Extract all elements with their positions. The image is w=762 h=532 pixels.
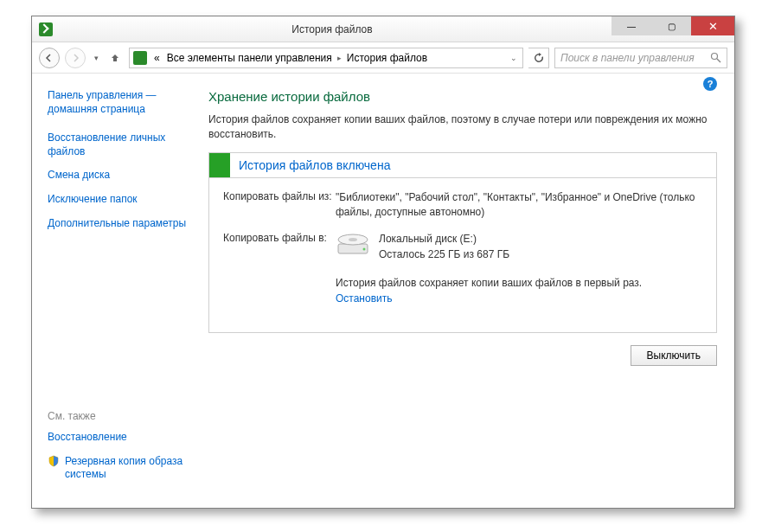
- arrow-right-icon: [71, 54, 80, 62]
- stop-link[interactable]: Остановить: [336, 292, 702, 306]
- minimize-button[interactable]: —: [612, 16, 651, 35]
- svg-point-5: [363, 248, 366, 251]
- history-dropdown[interactable]: ▾: [91, 49, 101, 67]
- status-title: История файлов включена: [230, 158, 390, 172]
- drive-name: Локальный диск (E:): [379, 232, 509, 247]
- copy-to-label: Копировать файлы в:: [223, 232, 336, 306]
- page-description: История файлов сохраняет копии ваших фай…: [208, 112, 717, 142]
- sidebar-link-change-drive[interactable]: Смена диска: [48, 169, 202, 183]
- window-title: История файлов: [53, 23, 612, 35]
- back-button[interactable]: [39, 48, 60, 68]
- forward-button[interactable]: [65, 48, 86, 68]
- shield-icon: [48, 455, 60, 467]
- control-panel-icon: [133, 51, 147, 65]
- address-bar[interactable]: « Все элементы панели управления ▸ Истор…: [129, 48, 523, 68]
- app-icon: [39, 22, 53, 36]
- status-box: История файлов включена Копировать файлы…: [208, 152, 717, 333]
- svg-point-0: [712, 54, 718, 60]
- refresh-icon: [534, 53, 544, 63]
- saving-message: История файлов сохраняет копии ваших фай…: [336, 276, 702, 291]
- search-icon: [710, 52, 721, 63]
- status-indicator: [209, 153, 230, 177]
- drive-icon: [336, 232, 370, 256]
- page-title: Хранение истории файлов: [208, 89, 717, 104]
- sidebar-link-advanced[interactable]: Дополнительные параметры: [48, 217, 202, 231]
- search-input[interactable]: [560, 52, 699, 64]
- svg-line-1: [717, 59, 720, 62]
- copy-from-value: "Библиотеки", "Рабочий стол", "Контакты"…: [336, 190, 702, 221]
- turn-off-button[interactable]: Выключить: [631, 345, 717, 366]
- breadcrumb-item[interactable]: Все элементы панели управления: [163, 52, 336, 64]
- sidebar: Панель управления — домашняя страница Во…: [32, 74, 202, 508]
- arrow-left-icon: [45, 54, 54, 62]
- sidebar-link-restore[interactable]: Восстановление личных файлов: [48, 131, 202, 158]
- search-box[interactable]: [554, 48, 727, 68]
- titlebar: История файлов — ▢ ✕: [32, 16, 734, 42]
- breadcrumb-pre: «: [150, 52, 163, 64]
- main-content: ? Хранение истории файлов История файлов…: [202, 74, 734, 508]
- refresh-button[interactable]: [528, 48, 549, 68]
- drive-space: Осталось 225 ГБ из 687 ГБ: [379, 247, 509, 262]
- sidebar-home-link[interactable]: Панель управления — домашняя страница: [48, 89, 202, 116]
- up-button[interactable]: [106, 49, 124, 67]
- breadcrumb-item[interactable]: История файлов: [343, 52, 431, 64]
- help-icon[interactable]: ?: [703, 77, 717, 91]
- see-also-label: См. также: [48, 410, 202, 422]
- svg-point-4: [349, 238, 357, 241]
- maximize-button[interactable]: ▢: [651, 16, 691, 35]
- close-button[interactable]: ✕: [691, 16, 734, 35]
- copy-from-label: Копировать файлы из:: [223, 190, 336, 221]
- sidebar-link-system-image[interactable]: Резервная копия образа системы: [65, 455, 202, 482]
- arrow-up-icon: [110, 53, 120, 63]
- sidebar-link-exclude-folders[interactable]: Исключение папок: [48, 193, 202, 207]
- toolbar: ▾ « Все элементы панели управления ▸ Ист…: [32, 42, 734, 74]
- sidebar-link-recovery[interactable]: Восстановление: [48, 431, 202, 445]
- address-dropdown[interactable]: ⌄: [505, 54, 522, 62]
- chevron-right-icon[interactable]: ▸: [336, 54, 343, 62]
